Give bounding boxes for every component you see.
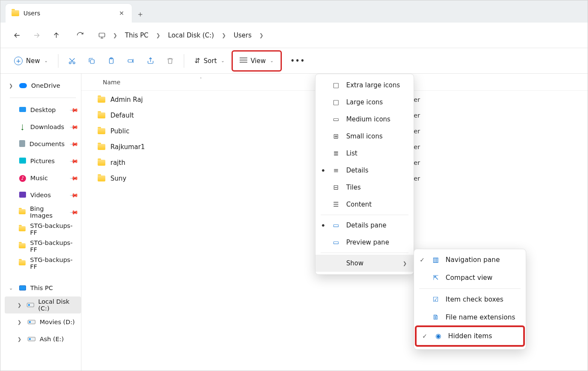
rename-button[interactable]	[122, 52, 140, 69]
navigation-pane[interactable]: ❯ OneDrive Desktop📌⭣Downloads📌Documents📌…	[0, 74, 81, 371]
separator	[10, 98, 76, 98]
menu-item-large-icons[interactable]: □Large icons	[316, 94, 414, 111]
menu-item-item-check-boxes[interactable]: ☑Item check boxes	[414, 290, 526, 308]
chevron-right-icon[interactable]: ❯	[111, 32, 119, 38]
delete-button[interactable]	[161, 52, 180, 69]
svg-rect-3	[90, 60, 94, 63]
menu-item-preview-pane[interactable]: ▭Preview pane	[316, 234, 414, 251]
sidebar-item-stg-backups-ff[interactable]: STG-backups-FF	[5, 255, 81, 272]
view-button[interactable]: View ⌄	[234, 52, 280, 69]
refresh-button[interactable]	[71, 26, 89, 44]
option-icon: ▥	[431, 256, 440, 264]
separator	[321, 253, 408, 253]
chevron-down-icon[interactable]: ⌄	[9, 285, 15, 291]
folder-icon	[19, 209, 26, 216]
menu-item-tiles[interactable]: ⊟Tiles	[316, 179, 414, 196]
pin-icon: 📌	[70, 105, 79, 115]
column-label: Name	[103, 79, 120, 86]
sidebar-item-pictures[interactable]: Pictures📌	[5, 152, 81, 170]
pin-icon: 📌	[70, 122, 79, 132]
option-icon: ◉	[434, 332, 443, 340]
breadcrumb-segment[interactable]: Users	[230, 30, 255, 41]
menu-label: Small icons	[346, 132, 382, 140]
menu-item-compact-view[interactable]: ⇱Compact view	[414, 269, 526, 287]
pc-root-icon[interactable]	[95, 26, 109, 44]
sidebar-label: Local Disk (C:)	[38, 298, 78, 312]
body: ❯ OneDrive Desktop📌⭣Downloads📌Documents📌…	[0, 74, 588, 371]
sidebar-label: Documents	[29, 141, 65, 147]
sidebar-item-drive[interactable]: ❯Ash (E:)	[5, 331, 81, 348]
folder-icon	[19, 243, 26, 250]
chevron-right-icon[interactable]: ❯	[154, 32, 162, 38]
folder-icon	[19, 226, 26, 233]
copy-button[interactable]	[82, 52, 101, 69]
chevron-right-icon[interactable]: ❯	[258, 32, 265, 38]
sidebar-label: This PC	[30, 285, 53, 291]
close-tab-button[interactable]: ✕	[116, 7, 127, 19]
sidebar-item-music[interactable]: ♪Music📌	[5, 170, 81, 187]
option-icon: ⇱	[431, 274, 440, 282]
chevron-right-icon[interactable]: ❯	[17, 336, 23, 342]
paste-button[interactable]	[102, 52, 121, 69]
drive-icon	[27, 303, 34, 307]
sidebar-item-drive[interactable]: ❯Movies (D:)	[5, 313, 81, 331]
new-tab-button[interactable]: ＋	[132, 6, 149, 23]
sidebar-item-videos[interactable]: Videos📌	[5, 187, 81, 204]
share-button[interactable]	[141, 52, 160, 69]
menu-label: File name extensions	[446, 313, 515, 321]
menu-label: Hidden items	[448, 332, 492, 340]
sidebar-item-downloads[interactable]: ⭣Downloads📌	[5, 118, 81, 135]
sidebar-item-stg-backups-ff[interactable]: STG-backups-FF	[5, 238, 81, 255]
sort-icon: ⇵	[194, 57, 200, 65]
menu-item-show[interactable]: Show ❯	[316, 255, 414, 272]
folder-icon	[98, 128, 105, 134]
menu-label: Preview pane	[346, 239, 389, 246]
sidebar-label: Movies (D:)	[40, 319, 75, 325]
menu-item-details-pane[interactable]: •▭Details pane	[316, 217, 414, 234]
sidebar-item-bing-images[interactable]: Bing Images📌	[5, 204, 81, 221]
chevron-right-icon[interactable]: ❯	[220, 32, 228, 38]
chevron-right-icon[interactable]: ❯	[9, 83, 15, 89]
breadcrumb-segment[interactable]: Local Disk (C:)	[165, 30, 217, 41]
menu-item-details[interactable]: •≡Details	[316, 162, 414, 179]
view-button-highlight: View ⌄	[232, 50, 282, 72]
cut-button[interactable]	[63, 52, 81, 69]
pane-icon: ▭	[332, 239, 340, 246]
forward-button[interactable]	[28, 26, 46, 44]
sidebar-item-desktop[interactable]: Desktop📌	[5, 101, 81, 118]
menu-item-extra-large-icons[interactable]: □Extra large icons	[316, 77, 414, 94]
menu-item-hidden-items[interactable]: ✓◉Hidden items	[417, 327, 523, 345]
sort-button[interactable]: ⇵ Sort ⌄	[188, 52, 231, 69]
menu-item-list[interactable]: ≣List	[316, 145, 414, 162]
up-button[interactable]	[47, 26, 65, 44]
menu-item-file-name-extensions[interactable]: 🗎File name extensions	[414, 308, 526, 326]
breadcrumb-segment[interactable]: This PC	[122, 30, 152, 41]
more-button[interactable]: •••	[289, 52, 307, 69]
chevron-right-icon[interactable]: ❯	[17, 302, 23, 308]
check-icon: ✓	[421, 333, 429, 339]
menu-label: List	[346, 150, 357, 157]
menu-item-small-icons[interactable]: ⊞Small icons	[316, 128, 414, 145]
back-button[interactable]	[8, 26, 26, 44]
sidebar-item-onedrive[interactable]: ❯ OneDrive	[5, 77, 81, 94]
folder-icon	[98, 112, 105, 118]
menu-item-content[interactable]: ☰Content	[316, 196, 414, 213]
breadcrumb: ❯ This PC ❯ Local Disk (C:) ❯ Users ❯	[95, 26, 265, 44]
option-icon: ☑	[431, 296, 440, 303]
sidebar-item-documents[interactable]: Documents📌	[5, 135, 81, 152]
window-tab[interactable]: Users ✕	[6, 4, 132, 23]
pane-icon: ▭	[332, 221, 340, 229]
sort-label: Sort	[204, 57, 217, 65]
file-name: Suny	[110, 175, 126, 182]
sidebar-item-drive[interactable]: ❯Local Disk (C:)	[5, 296, 81, 313]
sidebar-label: Videos	[30, 192, 51, 198]
menu-item-navigation-pane[interactable]: ✓▥Navigation pane	[414, 251, 526, 269]
column-header-name[interactable]: ˄ Name	[81, 79, 320, 86]
menu-item-medium-icons[interactable]: ▭Medium icons	[316, 111, 414, 128]
sidebar-item-this-pc[interactable]: ⌄ This PC	[5, 279, 81, 296]
sidebar-item-stg-backups-ff[interactable]: STG-backups-FF	[5, 221, 81, 238]
explorer-window: Users ✕ ＋ ❯ This PC ❯ Local Disk (C:) ❯ …	[0, 0, 588, 371]
chevron-right-icon[interactable]: ❯	[17, 319, 23, 325]
new-button[interactable]: + New ⌄	[8, 52, 54, 69]
menu-label: Details pane	[346, 221, 386, 229]
